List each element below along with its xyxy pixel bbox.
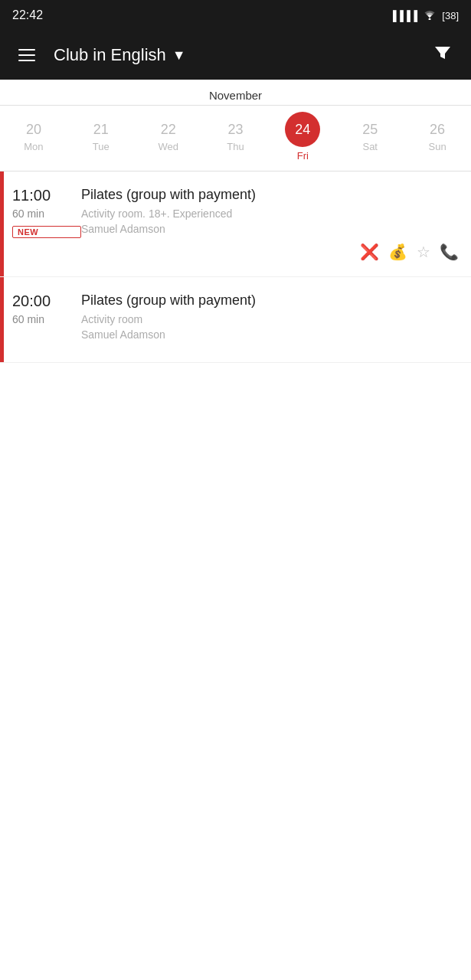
club-name: Club in English xyxy=(54,45,166,65)
dropdown-arrow-icon[interactable]: ▼ xyxy=(172,47,186,64)
schedule-list: 11:00 60 min NEW Pilates (group with pay… xyxy=(0,172,471,363)
signal-icon: ▐▐▐▐ xyxy=(389,10,417,21)
schedule-item-0[interactable]: 11:00 60 min NEW Pilates (group with pay… xyxy=(0,172,471,277)
day-cell-thu[interactable]: 23 Thu xyxy=(202,122,270,152)
day-name: Wed xyxy=(158,141,178,152)
hamburger-line-1 xyxy=(18,49,35,51)
duration-text: 60 min xyxy=(12,207,81,220)
week-strip: 20 Mon 21 Tue 22 Wed 23 Thu 24 Fri 25 Sa… xyxy=(0,106,471,172)
activity-title: Pilates (group with payment) xyxy=(81,292,459,309)
star-icon[interactable]: ☆ xyxy=(417,243,430,261)
duration-text: 60 min xyxy=(12,313,81,325)
day-number: 21 xyxy=(93,122,109,138)
day-name: Tue xyxy=(93,141,110,152)
day-cell-tue[interactable]: 21 Tue xyxy=(67,122,135,152)
day-number: 26 xyxy=(430,122,445,138)
activity-location: Activity room xyxy=(81,313,459,325)
day-name: Fri xyxy=(297,150,309,162)
new-badge: NEW xyxy=(12,226,81,238)
day-cell-mon[interactable]: 20 Mon xyxy=(0,122,67,152)
wifi-icon xyxy=(422,9,437,22)
status-bar: 22:42 ▐▐▐▐ [38] xyxy=(0,0,471,31)
day-name: Sat xyxy=(362,141,378,152)
cancel-icon[interactable]: ❌ xyxy=(360,243,379,261)
day-number: 22 xyxy=(161,122,176,138)
day-cell-sun[interactable]: 26 Sun xyxy=(404,122,471,152)
time-col: 20:00 60 min xyxy=(12,292,81,325)
month-text: November xyxy=(209,89,262,102)
action-icons: ❌ 💰 ☆ 📞 xyxy=(81,243,459,261)
header: Club in English ▼ xyxy=(0,31,471,80)
info-col: Pilates (group with payment) Activity ro… xyxy=(81,292,459,347)
phone-icon[interactable]: 📞 xyxy=(440,243,459,261)
month-label: November xyxy=(0,80,471,106)
activity-location: Activity room. 18+. Experienced xyxy=(81,207,459,220)
day-name: Sun xyxy=(429,141,446,152)
time-text: 11:00 xyxy=(12,187,81,204)
day-number: 23 xyxy=(227,122,243,138)
activity-title: Pilates (group with payment) xyxy=(81,187,459,203)
status-icons: ▐▐▐▐ [38] xyxy=(389,9,459,22)
day-cell-wed[interactable]: 22 Wed xyxy=(135,122,202,152)
status-time: 22:42 xyxy=(12,8,43,22)
header-title: Club in English ▼ xyxy=(54,45,427,65)
activity-trainer: Samuel Adamson xyxy=(81,328,459,341)
day-cell-sat[interactable]: 25 Sat xyxy=(336,122,404,152)
time-text: 20:00 xyxy=(12,292,81,310)
hamburger-line-2 xyxy=(18,54,35,56)
day-name: Mon xyxy=(24,141,43,152)
day-name: Thu xyxy=(227,141,244,152)
filter-button[interactable] xyxy=(427,37,459,74)
time-col: 11:00 60 min NEW xyxy=(12,187,81,238)
day-number: 20 xyxy=(26,122,41,138)
menu-button[interactable] xyxy=(12,43,41,67)
activity-trainer: Samuel Adamson xyxy=(81,223,459,235)
info-col: Pilates (group with payment) Activity ro… xyxy=(81,187,459,261)
day-number: 24 xyxy=(295,122,310,138)
schedule-item-1[interactable]: 20:00 60 min Pilates (group with payment… xyxy=(0,277,471,363)
day-cell-fri[interactable]: 24 Fri xyxy=(269,112,336,162)
battery-icon: [38] xyxy=(442,10,459,21)
payment-icon[interactable]: 💰 xyxy=(388,243,407,261)
day-number: 25 xyxy=(362,122,378,138)
hamburger-line-3 xyxy=(18,60,35,61)
svg-point-0 xyxy=(429,18,431,20)
